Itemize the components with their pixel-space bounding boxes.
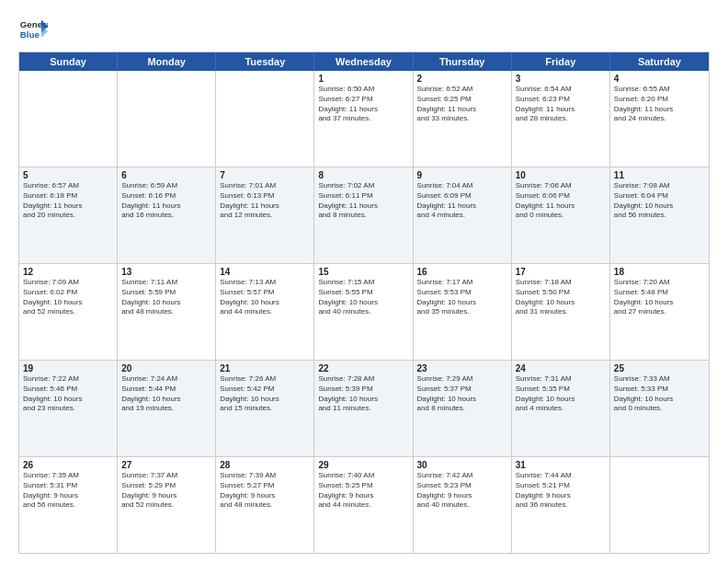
calendar-cell-1-6: 11Sunrise: 7:08 AM Sunset: 6:04 PM Dayli… bbox=[610, 167, 709, 263]
day-number: 16 bbox=[417, 267, 507, 277]
cell-info-text: Sunrise: 7:39 AM Sunset: 5:27 PM Dayligh… bbox=[220, 471, 310, 511]
day-number: 26 bbox=[23, 460, 113, 470]
day-number: 18 bbox=[614, 267, 705, 277]
calendar-cell-3-1: 20Sunrise: 7:24 AM Sunset: 5:44 PM Dayli… bbox=[118, 361, 216, 456]
day-number: 5 bbox=[23, 170, 113, 180]
cell-info-text: Sunrise: 7:02 AM Sunset: 6:11 PM Dayligh… bbox=[318, 181, 408, 221]
day-number: 24 bbox=[516, 363, 606, 373]
calendar-row-2: 12Sunrise: 7:09 AM Sunset: 6:02 PM Dayli… bbox=[19, 264, 709, 361]
day-number: 2 bbox=[417, 74, 507, 84]
day-number: 14 bbox=[220, 267, 310, 277]
calendar-cell-4-6 bbox=[610, 457, 709, 553]
cell-info-text: Sunrise: 7:11 AM Sunset: 5:59 PM Dayligh… bbox=[121, 278, 211, 317]
cell-info-text: Sunrise: 7:40 AM Sunset: 5:25 PM Dayligh… bbox=[318, 471, 408, 511]
cell-info-text: Sunrise: 7:28 AM Sunset: 5:39 PM Dayligh… bbox=[318, 374, 408, 414]
day-number: 15 bbox=[318, 267, 408, 277]
calendar-cell-2-5: 17Sunrise: 7:18 AM Sunset: 5:50 PM Dayli… bbox=[512, 264, 610, 360]
calendar-cell-4-4: 30Sunrise: 7:42 AM Sunset: 5:23 PM Dayli… bbox=[414, 457, 512, 553]
calendar-cell-0-3: 1Sunrise: 6:50 AM Sunset: 6:27 PM Daylig… bbox=[314, 71, 413, 167]
calendar-cell-1-5: 10Sunrise: 7:06 AM Sunset: 6:06 PM Dayli… bbox=[512, 167, 610, 263]
calendar-cell-4-5: 31Sunrise: 7:44 AM Sunset: 5:21 PM Dayli… bbox=[512, 457, 610, 553]
day-number: 21 bbox=[220, 363, 310, 373]
cell-info-text: Sunrise: 6:59 AM Sunset: 6:16 PM Dayligh… bbox=[121, 181, 211, 221]
cell-info-text: Sunrise: 7:20 AM Sunset: 5:48 PM Dayligh… bbox=[614, 278, 705, 317]
calendar-cell-3-4: 23Sunrise: 7:29 AM Sunset: 5:37 PM Dayli… bbox=[414, 361, 512, 456]
logo: General Blue bbox=[18, 17, 48, 46]
calendar-cell-2-2: 14Sunrise: 7:13 AM Sunset: 5:57 PM Dayli… bbox=[216, 264, 314, 360]
cell-info-text: Sunrise: 6:52 AM Sunset: 6:25 PM Dayligh… bbox=[417, 85, 507, 124]
cell-info-text: Sunrise: 7:18 AM Sunset: 5:50 PM Dayligh… bbox=[516, 278, 606, 317]
cell-info-text: Sunrise: 7:04 AM Sunset: 6:09 PM Dayligh… bbox=[417, 181, 507, 221]
day-header-monday: Monday bbox=[118, 52, 216, 71]
cell-info-text: Sunrise: 6:54 AM Sunset: 6:23 PM Dayligh… bbox=[516, 85, 606, 124]
calendar-cell-3-5: 24Sunrise: 7:31 AM Sunset: 5:35 PM Dayli… bbox=[512, 361, 610, 456]
calendar-cell-0-5: 3Sunrise: 6:54 AM Sunset: 6:23 PM Daylig… bbox=[512, 71, 610, 167]
day-number: 11 bbox=[614, 170, 705, 180]
calendar-cell-1-0: 5Sunrise: 6:57 AM Sunset: 6:18 PM Daylig… bbox=[19, 167, 118, 263]
calendar-cell-1-4: 9Sunrise: 7:04 AM Sunset: 6:09 PM Daylig… bbox=[414, 167, 512, 263]
cell-info-text: Sunrise: 6:50 AM Sunset: 6:27 PM Dayligh… bbox=[318, 85, 408, 124]
cell-info-text: Sunrise: 7:22 AM Sunset: 5:46 PM Dayligh… bbox=[23, 374, 113, 414]
cell-info-text: Sunrise: 7:42 AM Sunset: 5:23 PM Dayligh… bbox=[417, 471, 507, 511]
calendar-cell-1-3: 8Sunrise: 7:02 AM Sunset: 6:11 PM Daylig… bbox=[314, 167, 413, 263]
calendar-header: SundayMondayTuesdayWednesdayThursdayFrid… bbox=[19, 52, 709, 71]
cell-info-text: Sunrise: 7:13 AM Sunset: 5:57 PM Dayligh… bbox=[220, 278, 310, 317]
day-number: 29 bbox=[318, 460, 408, 470]
calendar: SundayMondayTuesdayWednesdayThursdayFrid… bbox=[18, 52, 710, 554]
day-header-sunday: Sunday bbox=[19, 52, 118, 71]
day-number: 4 bbox=[614, 74, 705, 84]
day-number: 7 bbox=[220, 170, 310, 180]
svg-text:Blue: Blue bbox=[20, 29, 40, 40]
day-number: 31 bbox=[516, 460, 606, 470]
calendar-body: 1Sunrise: 6:50 AM Sunset: 6:27 PM Daylig… bbox=[19, 71, 709, 553]
calendar-cell-2-1: 13Sunrise: 7:11 AM Sunset: 5:59 PM Dayli… bbox=[118, 264, 216, 360]
calendar-cell-0-2 bbox=[216, 71, 314, 167]
cell-info-text: Sunrise: 7:17 AM Sunset: 5:53 PM Dayligh… bbox=[417, 278, 507, 317]
day-number: 9 bbox=[417, 170, 507, 180]
logo-icon: General Blue bbox=[18, 17, 48, 46]
day-number: 25 bbox=[614, 363, 705, 373]
cell-info-text: Sunrise: 6:57 AM Sunset: 6:18 PM Dayligh… bbox=[23, 181, 113, 221]
calendar-cell-3-2: 21Sunrise: 7:26 AM Sunset: 5:42 PM Dayli… bbox=[216, 361, 314, 456]
day-number: 13 bbox=[121, 267, 211, 277]
calendar-row-1: 5Sunrise: 6:57 AM Sunset: 6:18 PM Daylig… bbox=[19, 167, 709, 264]
calendar-cell-4-3: 29Sunrise: 7:40 AM Sunset: 5:25 PM Dayli… bbox=[314, 457, 413, 553]
cell-info-text: Sunrise: 6:55 AM Sunset: 6:20 PM Dayligh… bbox=[614, 85, 705, 124]
day-number: 23 bbox=[417, 363, 507, 373]
cell-info-text: Sunrise: 7:29 AM Sunset: 5:37 PM Dayligh… bbox=[417, 374, 507, 414]
calendar-cell-0-4: 2Sunrise: 6:52 AM Sunset: 6:25 PM Daylig… bbox=[414, 71, 512, 167]
cell-info-text: Sunrise: 7:26 AM Sunset: 5:42 PM Dayligh… bbox=[220, 374, 310, 414]
calendar-cell-1-2: 7Sunrise: 7:01 AM Sunset: 6:13 PM Daylig… bbox=[216, 167, 314, 263]
cell-info-text: Sunrise: 7:44 AM Sunset: 5:21 PM Dayligh… bbox=[516, 471, 606, 511]
day-number: 17 bbox=[516, 267, 606, 277]
calendar-cell-4-2: 28Sunrise: 7:39 AM Sunset: 5:27 PM Dayli… bbox=[216, 457, 314, 553]
page: General Blue SundayMondayTuesdayWednesda… bbox=[0, 0, 728, 563]
cell-info-text: Sunrise: 7:33 AM Sunset: 5:33 PM Dayligh… bbox=[614, 374, 705, 414]
cell-info-text: Sunrise: 7:08 AM Sunset: 6:04 PM Dayligh… bbox=[614, 181, 705, 221]
calendar-cell-4-1: 27Sunrise: 7:37 AM Sunset: 5:29 PM Dayli… bbox=[118, 457, 216, 553]
day-number: 6 bbox=[121, 170, 211, 180]
day-header-friday: Friday bbox=[512, 52, 610, 71]
calendar-cell-2-6: 18Sunrise: 7:20 AM Sunset: 5:48 PM Dayli… bbox=[610, 264, 709, 360]
cell-info-text: Sunrise: 7:09 AM Sunset: 6:02 PM Dayligh… bbox=[23, 278, 113, 317]
day-number: 20 bbox=[121, 363, 211, 373]
day-number: 12 bbox=[23, 267, 113, 277]
calendar-cell-2-0: 12Sunrise: 7:09 AM Sunset: 6:02 PM Dayli… bbox=[19, 264, 118, 360]
header: General Blue bbox=[18, 17, 710, 46]
calendar-cell-1-1: 6Sunrise: 6:59 AM Sunset: 6:16 PM Daylig… bbox=[118, 167, 216, 263]
calendar-row-0: 1Sunrise: 6:50 AM Sunset: 6:27 PM Daylig… bbox=[19, 71, 709, 167]
calendar-cell-3-0: 19Sunrise: 7:22 AM Sunset: 5:46 PM Dayli… bbox=[19, 361, 118, 456]
calendar-row-3: 19Sunrise: 7:22 AM Sunset: 5:46 PM Dayli… bbox=[19, 361, 709, 457]
cell-info-text: Sunrise: 7:06 AM Sunset: 6:06 PM Dayligh… bbox=[516, 181, 606, 221]
calendar-row-4: 26Sunrise: 7:35 AM Sunset: 5:31 PM Dayli… bbox=[19, 457, 709, 553]
calendar-cell-3-3: 22Sunrise: 7:28 AM Sunset: 5:39 PM Dayli… bbox=[314, 361, 413, 456]
calendar-cell-0-1 bbox=[118, 71, 216, 167]
day-header-tuesday: Tuesday bbox=[216, 52, 314, 71]
day-number: 10 bbox=[516, 170, 606, 180]
day-number: 22 bbox=[318, 363, 408, 373]
day-header-thursday: Thursday bbox=[414, 52, 512, 71]
calendar-cell-4-0: 26Sunrise: 7:35 AM Sunset: 5:31 PM Dayli… bbox=[19, 457, 118, 553]
day-header-wednesday: Wednesday bbox=[314, 52, 413, 71]
day-number: 8 bbox=[318, 170, 408, 180]
calendar-cell-0-0 bbox=[19, 71, 118, 167]
